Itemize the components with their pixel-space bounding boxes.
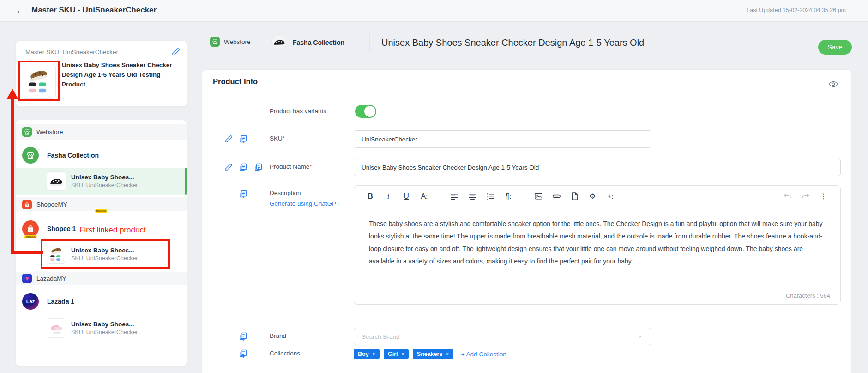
plus-icon: +: <box>607 192 614 201</box>
tag-label: Boy <box>358 351 369 357</box>
save-button[interactable]: Save <box>818 40 852 55</box>
sync-copy-icon[interactable] <box>239 349 247 358</box>
edit-pencil-icon[interactable] <box>171 47 181 56</box>
insert-link-button[interactable] <box>549 190 563 203</box>
sync-copy-all-icon[interactable]: ALL <box>254 163 263 171</box>
webstore-icon <box>210 37 220 47</box>
sidebar-product-shopee[interactable]: Unisex Baby Shoes... SKU: UniSneakerChec… <box>16 241 187 267</box>
settings-button[interactable]: ⚙ <box>585 190 599 203</box>
remove-tag-icon[interactable]: × <box>446 351 449 357</box>
sync-copy-icon[interactable] <box>239 190 247 198</box>
product-thumbnail <box>47 171 66 191</box>
product-name-label: Product Name* <box>270 163 312 170</box>
svg-text:3: 3 <box>486 197 488 200</box>
sku-input[interactable] <box>354 130 651 148</box>
sidebar-store-shopee-1[interactable]: S Malaysia Shopee 1 <box>16 218 187 239</box>
variants-toggle[interactable] <box>355 105 376 118</box>
country-badge: Malaysia <box>95 209 108 213</box>
underline-button[interactable]: U <box>399 190 413 203</box>
product-title: Unisex Baby Shoes... <box>71 247 138 254</box>
master-product-title: Unisex Baby Shoes Sneaker Checker Design… <box>62 60 186 89</box>
store-label: Fasha Collection <box>47 152 99 159</box>
brand-select[interactable]: Search Brand <box>354 328 651 345</box>
generate-chatgpt-link[interactable]: Generate using ChatGPT <box>270 200 340 207</box>
shopee-store-icon: S Malaysia <box>22 220 39 237</box>
collection-tags: Boy× Girl× Sneakers× + Add Collection <box>354 349 506 359</box>
lazada-store-icon: Laz <box>22 293 39 310</box>
product-thumbnail <box>47 318 66 338</box>
variants-label: Product has variants <box>270 108 326 115</box>
product-info-heading: Product Info <box>213 77 258 86</box>
collection-tag[interactable]: Boy× <box>354 349 380 359</box>
image-icon <box>534 192 543 201</box>
align-left-icon <box>450 192 459 201</box>
editor-footer: Characters : 564 <box>354 287 840 304</box>
product-sku: SKU: UniSneakerChecker <box>71 255 138 262</box>
sync-copy-icon[interactable] <box>239 135 247 143</box>
remove-tag-icon[interactable]: × <box>401 351 404 357</box>
remove-tag-icon[interactable]: × <box>372 351 375 357</box>
product-name-input[interactable] <box>354 159 841 176</box>
preview-eye-icon[interactable] <box>828 79 838 89</box>
insert-image-button[interactable] <box>531 190 545 203</box>
last-updated-text: Last Updated 15-02-2024 04:35:26 pm <box>747 7 846 13</box>
sidebar-store-lazada-1[interactable]: Laz Lazada 1 <box>16 291 187 312</box>
collection-tag[interactable]: Girl× <box>384 349 409 359</box>
edit-pencil-icon[interactable] <box>224 163 233 171</box>
gear-icon: ⚙ <box>589 192 596 201</box>
product-title: Unisex Baby Shoes... <box>71 321 138 328</box>
annotation-arrow-line <box>11 99 14 253</box>
sidebar-product-webstore[interactable]: Unisex Baby Shoes... SKU: UniSneakerChec… <box>16 168 187 195</box>
channel-label: Webstore <box>36 128 63 135</box>
sidebar-channel-lazadamy[interactable]: ♥ LazadaMY <box>16 272 187 285</box>
description-editor[interactable]: B i U A: 123 ¶: ⚙ +: ⋮ These baby shoes … <box>354 185 841 305</box>
more-options-button[interactable]: ⋮ <box>816 190 830 203</box>
sku-label: SKU* <box>270 135 285 142</box>
italic-button[interactable]: i <box>381 190 395 203</box>
align-center-icon <box>468 192 477 201</box>
font-style-button[interactable]: A: <box>417 190 431 203</box>
editor-toolbar: B i U A: 123 ¶: ⚙ +: ⋮ <box>354 186 840 207</box>
lazada-logo-text: Laz <box>26 299 35 304</box>
align-center-button[interactable] <box>465 190 479 203</box>
master-sku-label: Master SKU: UniSneakerChecker <box>25 49 118 55</box>
back-arrow-icon[interactable]: ← <box>16 5 25 16</box>
redo-button[interactable] <box>798 190 812 203</box>
required-asterisk: * <box>283 135 285 142</box>
required-asterisk: * <box>309 163 312 170</box>
sync-copy-icon[interactable] <box>239 163 247 171</box>
master-product-image <box>22 64 56 99</box>
align-left-button[interactable] <box>447 190 461 203</box>
product-title: Unisex Baby Shoes... <box>71 174 138 181</box>
paragraph-button[interactable]: ¶: <box>501 190 515 203</box>
add-collection-button[interactable]: + Add Collection <box>461 351 506 358</box>
bold-button[interactable]: B <box>363 190 377 203</box>
sidebar-store-fasha-collection[interactable]: Fasha Collection <box>16 144 187 166</box>
document-icon <box>570 192 579 201</box>
country-badge: Malaysia <box>24 235 37 238</box>
sidebar-product-lazada[interactable]: Unisex Baby Shoes... SKU: UniSneakerChec… <box>16 316 187 340</box>
redo-icon <box>801 192 810 201</box>
brand-placeholder: Search Brand <box>362 333 400 340</box>
collection-tag[interactable]: Sneakers× <box>413 349 453 359</box>
insert-document-button[interactable] <box>567 190 581 203</box>
sidebar-channel-webstore[interactable]: Webstore <box>16 124 187 140</box>
ordered-list-button[interactable]: 123 <box>483 190 497 203</box>
ordered-list-icon: 123 <box>486 192 495 201</box>
undo-button[interactable] <box>780 190 794 203</box>
kebab-icon: ⋮ <box>820 192 827 201</box>
toggle-knob <box>364 106 375 117</box>
webstore-icon <box>22 127 32 137</box>
insert-plus-button[interactable]: +: <box>603 190 617 203</box>
sync-copy-icon[interactable] <box>239 332 247 341</box>
store-label: Lazada 1 <box>47 298 74 305</box>
description-label: Description <box>270 190 301 196</box>
sidebar-channel-shopeemy[interactable]: S Malaysia ShopeeMY <box>16 197 187 211</box>
edit-pencil-icon[interactable] <box>224 135 233 143</box>
channel-label: LazadaMY <box>36 275 66 282</box>
description-text[interactable]: These baby shoes are a stylish and comfo… <box>354 207 840 268</box>
paragraph-icon: ¶: <box>505 192 511 201</box>
link-icon <box>552 192 561 201</box>
italic-icon: i <box>387 192 389 201</box>
product-sku: SKU: UniSneakerChecker <box>71 329 138 336</box>
